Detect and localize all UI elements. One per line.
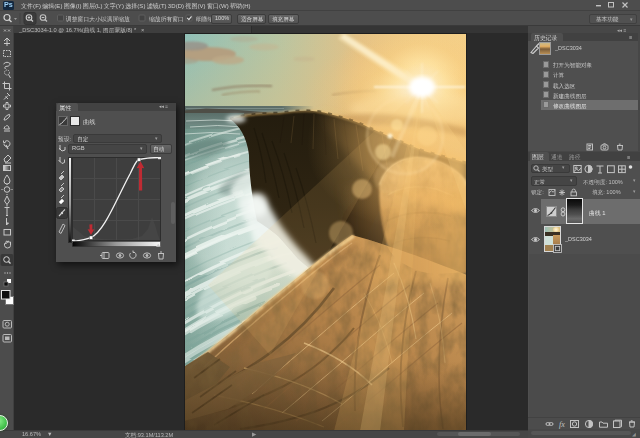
svg-text:fx: fx xyxy=(559,420,565,429)
